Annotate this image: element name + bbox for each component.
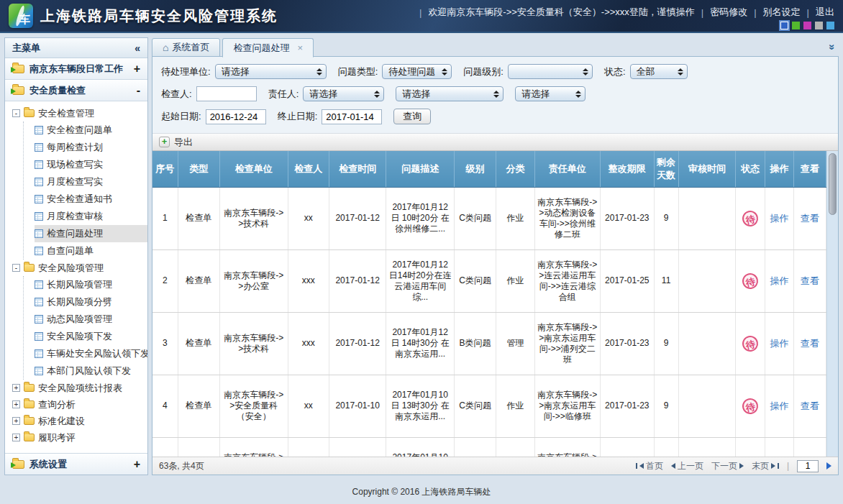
grid-icon <box>35 195 43 203</box>
view-link[interactable]: 查看 <box>801 338 819 349</box>
alias-setting-link[interactable]: 别名设定 <box>763 6 801 19</box>
chevron-double-down-icon[interactable]: « <box>824 44 836 50</box>
view-link[interactable]: 查看 <box>801 213 819 224</box>
inspector-input[interactable] <box>196 86 257 101</box>
tree-expander-icon[interactable]: + <box>12 417 20 425</box>
tree-leaf[interactable]: 车辆处安全风险认领下发 <box>35 345 147 362</box>
grid-icon <box>35 126 43 134</box>
tree-expander-icon[interactable]: - <box>12 264 20 272</box>
tab-home[interactable]: ⌂ 系统首页 <box>152 38 220 57</box>
prev-page-button[interactable]: 上一页 <box>671 460 703 472</box>
accordion-daily-work[interactable]: 南京东车辆段日常工作 + <box>5 58 147 80</box>
change-password-link[interactable]: 密码修改 <box>710 6 747 19</box>
tree-leaf[interactable]: 本部门风险认领下发 <box>35 362 147 380</box>
pagination-bar: 63条, 共4页 首页 上一页 下一页 末页 <box>152 457 838 475</box>
tree-expander-icon[interactable]: + <box>12 434 20 441</box>
cell: 2017年01月12日 10时20分 在徐州维修二... <box>386 187 455 249</box>
pending-status-icon: 待 <box>741 271 760 290</box>
problem-type-select[interactable]: 待处理问题 <box>382 64 452 79</box>
tree-expander-icon[interactable]: + <box>12 400 20 408</box>
theme-swatch[interactable] <box>780 22 788 29</box>
tree-leaf[interactable]: 安全风险项下发 <box>35 328 147 345</box>
start-date-input[interactable] <box>206 109 266 124</box>
operate-link[interactable]: 操作 <box>770 275 788 286</box>
view-link[interactable]: 查看 <box>801 275 819 286</box>
status-cell: 待 <box>736 437 765 457</box>
app-window: 车 上海铁路局车辆安全风险管理系统 | 欢迎南京东车辆段->>安全质量科（安全）… <box>0 0 843 504</box>
cell: B类问题 <box>454 437 496 457</box>
tree-leaf[interactable]: 长期风险项分劈 <box>35 293 147 311</box>
app-header: 车 上海铁路局车辆安全风险管理系统 | 欢迎南京东车辆段->>安全质量科（安全）… <box>0 0 843 33</box>
cell: 2 <box>152 249 178 312</box>
collapse-icon[interactable]: - <box>137 84 140 97</box>
cell: xx <box>288 187 329 249</box>
theme-swatch[interactable] <box>826 22 834 29</box>
tab-problem-handling[interactable]: 检查问题处理 × <box>222 38 314 58</box>
responsible-select-2[interactable]: 请选择 <box>396 86 503 101</box>
cell <box>678 187 735 249</box>
last-page-button[interactable]: 末页 <box>752 460 779 472</box>
pending-unit-select[interactable]: 请选择 <box>215 64 327 79</box>
logout-link[interactable]: 退出 <box>816 6 834 19</box>
problem-level-select[interactable] <box>508 64 593 79</box>
cell: 9 <box>654 187 678 249</box>
expand-icon[interactable]: + <box>134 63 140 75</box>
end-date-input[interactable] <box>322 109 382 124</box>
tree-leaf-label: 长期风险项管理 <box>47 278 112 291</box>
tree-folder[interactable]: +安全风险项统计报表 <box>12 380 147 396</box>
tree-folder[interactable]: -安全检查管理 <box>12 105 147 122</box>
theme-swatch[interactable] <box>792 22 800 29</box>
tree-folder[interactable]: -安全风险项管理 <box>12 260 147 276</box>
responsible-select-3[interactable]: 请选择 <box>515 86 585 101</box>
tree-folder[interactable]: +标准化建设 <box>12 413 147 429</box>
tree-leaf[interactable]: 现场检查写实 <box>35 156 147 173</box>
collapse-sidebar-icon[interactable]: « <box>135 42 140 54</box>
tree-leaf[interactable]: 检查问题处理 <box>35 225 147 242</box>
app-logo-icon: 车 <box>9 4 33 28</box>
cell: xx <box>288 375 329 437</box>
first-page-button[interactable]: 首页 <box>636 460 663 472</box>
expand-icon[interactable]: + <box>134 458 140 471</box>
operate-link[interactable]: 操作 <box>770 400 788 411</box>
tree-expander-icon[interactable]: - <box>12 109 20 117</box>
view-link[interactable]: 查看 <box>801 400 819 411</box>
query-button[interactable]: 查询 <box>393 109 431 124</box>
accordion-system-settings[interactable]: 系统设置 + <box>5 453 147 475</box>
status-select[interactable]: 全部 <box>630 64 688 79</box>
tree-expander-icon[interactable]: + <box>12 384 20 392</box>
tree-leaf[interactable]: 月度检查审核 <box>35 208 147 225</box>
export-button[interactable]: 导出 <box>174 136 193 149</box>
select-arrows-icon <box>374 91 380 98</box>
page-number-input[interactable] <box>797 460 819 472</box>
tree-leaf[interactable]: 安全检查通知书 <box>35 191 147 208</box>
cell: 2017-01-23 <box>601 375 654 437</box>
tree-leaf[interactable]: 每周检查计划 <box>35 139 147 156</box>
tree-folder[interactable]: +履职考评 <box>12 429 147 446</box>
go-page-button[interactable] <box>826 462 831 469</box>
problem-type-label: 问题类型: <box>338 65 378 78</box>
tree-leaf[interactable]: 动态风险项管理 <box>35 311 147 328</box>
cell: C类问题 <box>454 187 496 249</box>
tree-folder[interactable]: +查询分析 <box>12 396 147 413</box>
cell: xxx <box>288 437 329 457</box>
operate-link[interactable]: 操作 <box>770 338 788 349</box>
responsible-select-1[interactable]: 请选择 <box>303 86 384 101</box>
tab-bar: ⌂ 系统首页 检查问题处理 × « <box>152 37 839 57</box>
tree-leaf[interactable]: 长期风险项管理 <box>35 276 147 293</box>
operate-link[interactable]: 操作 <box>770 213 788 224</box>
accordion-safety-quality-check[interactable]: 安全质量检查 - <box>5 80 147 101</box>
tree-leaf-label: 安全风险项下发 <box>47 330 112 343</box>
cell: 2017年01月12日 14时30分 在南京东运用... <box>386 312 455 375</box>
tree-leaf-label: 车辆处安全风险认领下发 <box>47 347 147 360</box>
tree-leaf[interactable]: 月度检查写实 <box>35 173 147 191</box>
tree-leaf[interactable]: 自查问题单 <box>35 242 147 260</box>
theme-swatch[interactable] <box>803 22 811 29</box>
close-tab-icon[interactable]: × <box>297 42 303 53</box>
scrollbar-thumb[interactable] <box>829 153 837 215</box>
next-page-button[interactable]: 下一页 <box>711 460 744 472</box>
tree-leaf[interactable]: 安全检查问题单 <box>35 122 147 139</box>
table-scrollbar[interactable] <box>826 151 838 457</box>
copyright-text: Copyright © 2016 上海铁路局车辆处 <box>352 486 491 498</box>
theme-swatch[interactable] <box>815 22 823 29</box>
filter-row: 检查人: 责任人: 请选择 请选择 请选择 <box>161 86 829 101</box>
